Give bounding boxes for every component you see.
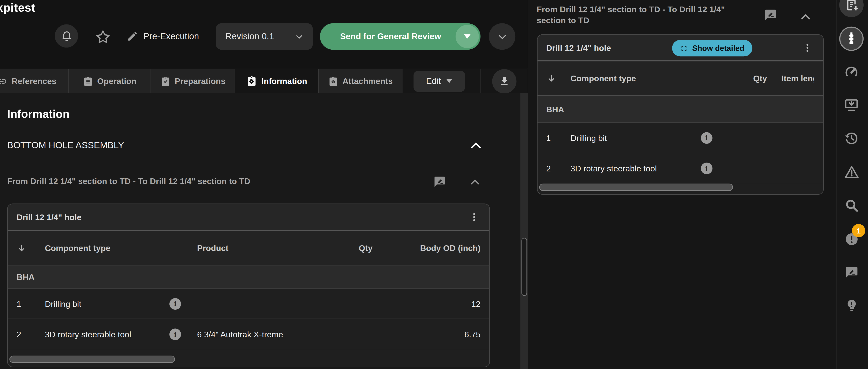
horizontal-scrollbar-thumb[interactable] <box>539 183 733 191</box>
table-row[interactable]: 2 3D rotary steerable tool i <box>537 153 823 183</box>
vertical-scrollbar[interactable] <box>520 93 528 369</box>
panel-title: From Drill 12 1/4" section to TD - To Dr… <box>537 4 756 26</box>
edit-button[interactable]: Edit <box>413 70 465 92</box>
component-type-cell: 3D rotary steerable tool <box>570 164 701 173</box>
collapse-header-button[interactable] <box>489 23 515 50</box>
info-icon[interactable]: i <box>169 298 181 309</box>
row-index: 2 <box>17 330 45 339</box>
subsection-comment-button[interactable] <box>432 174 447 189</box>
info-icon[interactable]: i <box>701 132 712 143</box>
favorite-button[interactable] <box>94 28 112 46</box>
table-header-row: Component type Product Qty Body OD (inch… <box>8 231 489 265</box>
table-row[interactable]: 1 Drilling bit i 12 <box>8 289 489 319</box>
show-detailed-button[interactable]: Show detailed <box>672 40 752 57</box>
notifications-button[interactable] <box>55 24 78 47</box>
sidebar-warnings-button[interactable] <box>840 161 863 183</box>
page-title: Information <box>7 107 69 121</box>
tab-attachments[interactable]: Attachments <box>319 69 403 94</box>
card-title: Drill 12 1/4" hole <box>17 212 467 222</box>
sidebar-comments-button[interactable] <box>840 261 863 283</box>
tab-references[interactable]: References <box>0 69 69 94</box>
warning-icon <box>843 164 860 180</box>
column-header-component-type: Component type <box>570 73 701 83</box>
horizontal-scrollbar[interactable] <box>9 356 488 364</box>
lightbulb-alert-icon <box>844 298 859 312</box>
screen-download-icon <box>844 97 859 113</box>
tab-label: Operation <box>97 76 136 86</box>
clipboard-gear-icon <box>247 76 257 86</box>
tab-preparations[interactable]: Preparations <box>151 69 235 94</box>
collapse-panel-button[interactable] <box>799 10 813 23</box>
tab-operation[interactable]: Operation <box>69 69 151 94</box>
issues-count-badge: 1 <box>852 224 865 237</box>
card-menu-button[interactable] <box>801 41 814 54</box>
history-icon <box>844 130 859 146</box>
sidebar-search-button[interactable] <box>840 194 863 216</box>
bha-summary-card: Drill 12 1/4" hole Show detailed Compone… <box>537 34 824 195</box>
caret-down-icon <box>446 79 453 83</box>
body-od-cell: 6.75 <box>373 330 480 339</box>
tab-label: Attachments <box>342 76 393 86</box>
top-header: xpitest Pre-Execution <box>0 0 528 69</box>
revision-label: Revision 0.1 <box>225 31 274 41</box>
chevron-up-icon <box>470 179 479 185</box>
expand-icon <box>680 44 688 52</box>
download-segment <box>480 69 528 94</box>
column-header-component-type: Component type <box>45 243 169 253</box>
sidebar-screen-download-button[interactable] <box>840 94 863 116</box>
revision-dropdown[interactable]: Revision 0.1 <box>216 23 313 50</box>
search-icon <box>844 198 859 213</box>
table-row[interactable]: 2 3D rotary steerable tool i 6 3/4" Auto… <box>8 319 489 349</box>
info-icon[interactable]: i <box>701 163 712 174</box>
sidebar-tips-button[interactable] <box>840 294 863 316</box>
collapse-subsection-button[interactable] <box>468 175 482 189</box>
tool-sidebar: 1 <box>836 0 868 369</box>
bha-tool-icon <box>845 32 858 45</box>
panel-comment-button[interactable] <box>763 7 778 23</box>
horizontal-scrollbar[interactable] <box>539 183 821 192</box>
sidebar-bha-tool-button[interactable] <box>839 27 864 51</box>
download-icon <box>499 75 510 87</box>
sort-descending-icon[interactable] <box>17 243 45 253</box>
edit-segment: Edit <box>403 69 480 94</box>
card-header: Drill 12 1/4" hole <box>8 204 489 231</box>
table-group-row: BHA <box>8 266 489 289</box>
download-button[interactable] <box>492 69 517 93</box>
component-type-cell: Drilling bit <box>570 133 701 142</box>
caret-down-icon <box>464 34 470 39</box>
send-for-review-label: Send for General Review <box>320 31 456 41</box>
information-page: Information BOTTOM HOLE ASSEMBLY From Dr… <box>0 93 520 369</box>
bha-table-card: Drill 12 1/4" hole Component type Produc… <box>7 203 490 367</box>
link-icon <box>0 75 7 87</box>
horizontal-scrollbar-thumb[interactable] <box>9 356 175 363</box>
send-for-review-button[interactable]: Send for General Review <box>320 23 480 50</box>
sort-descending-icon[interactable] <box>546 73 570 83</box>
bell-icon <box>61 30 72 42</box>
table-row[interactable]: 1 Drilling bit i <box>537 123 823 153</box>
clipboard-list-icon <box>83 76 93 86</box>
sidebar-history-button[interactable] <box>840 127 863 149</box>
card-menu-button[interactable] <box>467 210 480 224</box>
app-brand: xpitest <box>0 1 35 14</box>
section-title: BOTTOM HOLE ASSEMBLY <box>7 140 124 150</box>
group-label: BHA <box>17 272 197 281</box>
vertical-scrollbar-thumb[interactable] <box>521 238 527 296</box>
subsection-title: From Drill 12 1/4" section to TD - To Dr… <box>7 176 395 186</box>
table-group-row: BHA <box>537 96 823 123</box>
stage-indicator: Pre-Execution <box>127 30 199 42</box>
comment-edit-icon <box>433 175 446 188</box>
bha-side-panel: From Drill 12 1/4" section to TD - To Dr… <box>528 0 836 369</box>
collapse-section-button[interactable] <box>468 138 483 153</box>
group-label: BHA <box>546 104 701 114</box>
info-icon[interactable]: i <box>169 329 181 340</box>
sidebar-report-add-button[interactable] <box>839 0 864 17</box>
send-dropdown-caret[interactable] <box>456 25 479 48</box>
stage-label: Pre-Execution <box>144 31 199 41</box>
product-cell: 6 3/4" Autotrak X-treme <box>197 330 313 339</box>
column-header-qty: Qty <box>313 243 373 253</box>
column-header-body-od: Body OD (inch) <box>373 243 480 253</box>
column-header-product: Product <box>197 243 313 253</box>
sidebar-gauge-button[interactable] <box>840 61 863 83</box>
column-header-qty: Qty <box>734 73 767 83</box>
tab-information[interactable]: Information <box>236 69 319 94</box>
